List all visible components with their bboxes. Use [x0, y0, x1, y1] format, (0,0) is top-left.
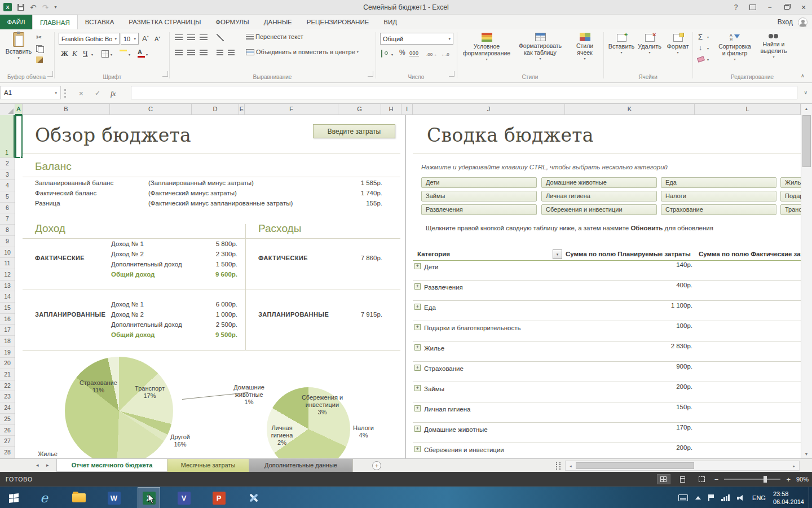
tab-formulas[interactable]: ФОРМУЛЫ: [208, 15, 256, 29]
expand-icon[interactable]: +: [414, 263, 421, 269]
expand-icon[interactable]: +: [414, 304, 421, 310]
close-button[interactable]: [795, 0, 812, 15]
increase-indent-icon[interactable]: [228, 50, 235, 56]
horizontal-scroll-thumb[interactable]: [576, 462, 694, 469]
align-middle-icon[interactable]: [187, 34, 195, 41]
insert-function-button[interactable]: fx: [111, 89, 116, 98]
tab-scroll-right-icon[interactable]: [46, 463, 49, 468]
font-size-select[interactable]: 10: [121, 33, 139, 45]
underline-button[interactable]: Ч: [83, 49, 87, 58]
expand-icon[interactable]: +: [414, 344, 421, 351]
tab-insert[interactable]: ВСТАВКА: [78, 15, 122, 29]
paste-button[interactable]: Вставить: [4, 32, 33, 60]
language-indicator[interactable]: ENG: [752, 494, 766, 501]
row-header[interactable]: 23: [0, 391, 15, 402]
pivot-row[interactable]: +Дети140р.: [413, 260, 801, 281]
help-button[interactable]: [727, 0, 744, 15]
fill-icon[interactable]: [699, 45, 702, 51]
number-dialog-launcher[interactable]: [449, 71, 454, 77]
row-header[interactable]: 18: [0, 336, 15, 347]
number-format-select[interactable]: Общий: [380, 33, 453, 45]
slicer-personal-care[interactable]: Личная гигиена: [541, 191, 657, 202]
touch-keyboard-icon[interactable]: [678, 494, 688, 501]
slicer-savings[interactable]: Сбережения и инвестиции: [541, 204, 657, 215]
cell-styles-button[interactable]: Стилиячеек: [568, 33, 601, 60]
expand-icon[interactable]: +: [414, 405, 421, 411]
select-all-corner[interactable]: [0, 104, 15, 115]
pivot-row[interactable]: +Домашние животные170р.: [413, 423, 801, 443]
row-header-1[interactable]: 1: [0, 115, 15, 158]
tab-file[interactable]: ФАЙЛ: [0, 15, 32, 29]
row-header[interactable]: 4: [0, 180, 15, 191]
column-header-h[interactable]: H: [381, 104, 401, 115]
sheet-tab-monthly-report[interactable]: Отчет месячного бюджета: [56, 459, 167, 472]
decrease-indent-icon[interactable]: [217, 50, 223, 56]
align-center-icon[interactable]: [187, 50, 195, 56]
expand-icon[interactable]: +: [414, 446, 421, 452]
column-header-i[interactable]: I: [401, 104, 413, 115]
align-left-icon[interactable]: [175, 50, 183, 56]
bold-button[interactable]: Ж: [61, 49, 68, 58]
borders-icon[interactable]: [102, 50, 109, 58]
start-button[interactable]: [2, 487, 25, 508]
row-header[interactable]: 2: [0, 158, 15, 169]
slicer-transport[interactable]: Транспорт: [780, 204, 801, 215]
row-header[interactable]: 6: [0, 203, 15, 214]
align-bottom-icon[interactable]: [200, 34, 208, 41]
row-header[interactable]: 25: [0, 414, 15, 425]
italic-button[interactable]: К: [72, 49, 77, 58]
slicer-food[interactable]: Еда: [661, 177, 776, 188]
row-header[interactable]: 24: [0, 402, 15, 414]
row-header[interactable]: 10: [0, 247, 15, 259]
pivot-row[interactable]: +Развлечения400р.: [413, 281, 801, 301]
column-header-l[interactable]: L: [695, 104, 801, 115]
conditional-formatting-button[interactable]: Условноеформатирование: [462, 33, 511, 61]
font-color-icon[interactable]: А: [138, 49, 145, 58]
worksheet[interactable]: Обзор бюджета Введите затраты Баланс Зап…: [15, 115, 801, 458]
expand-icon[interactable]: +: [414, 365, 421, 371]
delete-cells-button[interactable]: Удалить: [636, 34, 663, 54]
slicer-children[interactable]: Дети: [421, 177, 537, 188]
taskbar-powerpoint[interactable]: [208, 487, 230, 508]
tab-scroll-left-icon[interactable]: [36, 463, 39, 468]
restore-button[interactable]: [778, 0, 795, 15]
align-right-icon[interactable]: [200, 50, 208, 56]
row-header[interactable]: 22: [0, 380, 15, 392]
pivot-row[interactable]: +Страхование900р.: [413, 362, 801, 382]
page-layout-view-button[interactable]: [676, 474, 690, 484]
underline-dropdown-icon[interactable]: [91, 53, 93, 56]
shrink-font-button[interactable]: А: [155, 36, 160, 42]
borders-dropdown-icon[interactable]: [111, 53, 112, 56]
pivot-row[interactable]: +Личная гигиена150р.: [413, 402, 801, 423]
zoom-slider[interactable]: [724, 479, 780, 480]
column-header-d[interactable]: D: [192, 104, 239, 115]
tab-data[interactable]: ДАННЫЕ: [257, 15, 299, 29]
fill-handle[interactable]: [20, 156, 23, 159]
taskbar-visio[interactable]: [173, 487, 195, 508]
format-cells-button[interactable]: Формат: [664, 34, 691, 54]
decrease-decimal-icon[interactable]: [441, 51, 449, 57]
row-header[interactable]: 9: [0, 236, 15, 247]
column-header-c[interactable]: C: [110, 104, 192, 115]
fill-color-icon[interactable]: [120, 49, 127, 51]
slicer-housing[interactable]: Жилье: [780, 177, 801, 188]
row-header[interactable]: 3: [0, 169, 15, 181]
clear-dropdown-icon[interactable]: [707, 58, 709, 62]
tab-splitter-handle[interactable]: [556, 462, 561, 470]
column-header-j[interactable]: J: [413, 104, 565, 115]
slicer-insurance[interactable]: Страхование: [661, 204, 776, 215]
enter-costs-button[interactable]: Введите затраты: [313, 124, 395, 138]
pivot-filter-button[interactable]: [553, 249, 562, 259]
slicer-taxes[interactable]: Налоги: [661, 191, 776, 202]
pivot-row[interactable]: +Займы200р.: [413, 382, 801, 402]
clear-icon[interactable]: [697, 56, 705, 63]
confirm-entry-icon[interactable]: [95, 90, 100, 97]
format-painter-icon[interactable]: [36, 56, 43, 63]
row-header[interactable]: 27: [0, 436, 15, 447]
active-cell-a1[interactable]: [15, 115, 23, 158]
taskbar-clock[interactable]: 23:58 06.04.2014: [773, 490, 804, 506]
merge-center-button[interactable]: Объединить и поместить в центре: [246, 49, 359, 55]
scroll-up-icon[interactable]: [801, 104, 811, 113]
zoom-level[interactable]: 90%: [796, 476, 809, 483]
row-header[interactable]: 26: [0, 425, 15, 436]
